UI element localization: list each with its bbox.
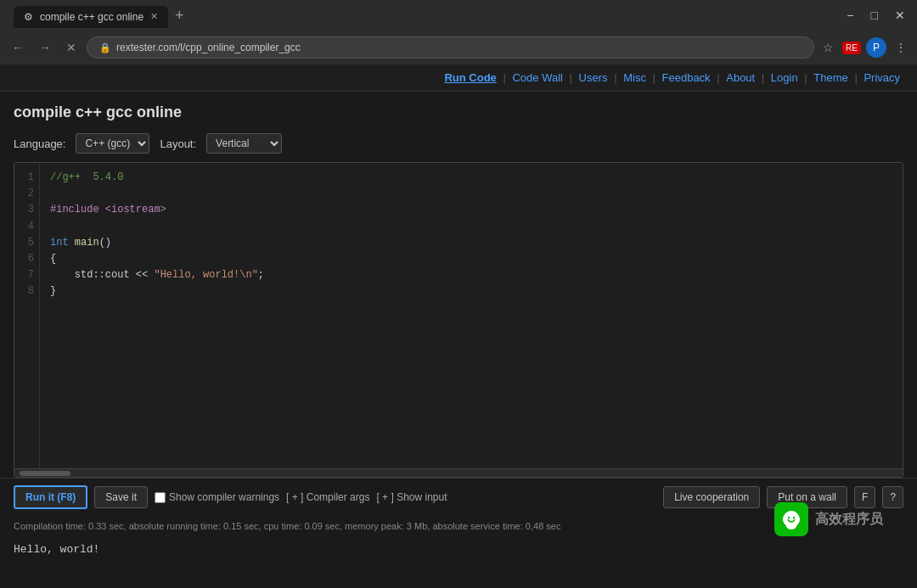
watermark: 高效程序员 xyxy=(774,502,883,536)
browser-toolbar: ☆ RE P ⋮ xyxy=(819,37,910,58)
scrollbar-thumb xyxy=(20,471,70,476)
output-area: Hello, world! xyxy=(0,536,917,570)
code-editor[interactable]: 1 2 3 4 5 6 7 8 //g++ 5.4.0 #include <io… xyxy=(14,163,903,468)
url-bar[interactable]: 🔒 rextester.com/l/cpp_online_compiler_gc… xyxy=(87,36,814,59)
layout-label: Layout: xyxy=(160,137,196,150)
nav-feedback[interactable]: Feedback xyxy=(659,71,714,84)
svg-point-0 xyxy=(788,517,790,518)
menu-button[interactable]: ⋮ xyxy=(892,37,910,58)
url-text: rextester.com/l/cpp_online_compiler_gcc xyxy=(116,42,301,53)
nav-about[interactable]: About xyxy=(723,71,758,84)
svg-point-1 xyxy=(793,517,795,518)
sep2: | xyxy=(570,71,576,84)
profile-button[interactable]: P xyxy=(866,37,886,58)
sep6: | xyxy=(762,71,768,84)
nav-theme[interactable]: Theme xyxy=(810,71,851,84)
title-bar: ⚙ compile c++ gcc online ✕ + − □ ✕ xyxy=(0,0,917,31)
close-button[interactable]: ✕ xyxy=(890,7,910,24)
language-label: Language: xyxy=(14,137,65,150)
controls-bar: Language: C++ (gcc) C (gcc) Java Python … xyxy=(0,128,917,159)
extension-icon-1[interactable]: RE xyxy=(842,42,861,54)
code-content[interactable]: //g++ 5.4.0 #include <iostream> int main… xyxy=(40,163,903,468)
show-warnings-label[interactable]: Show compiler warnings xyxy=(155,491,279,503)
back-button[interactable]: ← xyxy=(7,37,29,58)
sep4: | xyxy=(653,71,659,84)
nav-code-wall[interactable]: Code Wall xyxy=(509,71,565,84)
show-warnings-text: Show compiler warnings xyxy=(169,491,279,503)
page-title: compile c++ gcc online xyxy=(0,92,917,128)
line-numbers: 1 2 3 4 5 6 7 8 xyxy=(14,163,40,468)
tab-bar: ⚙ compile c++ gcc online ✕ + xyxy=(7,3,198,28)
nav-login[interactable]: Login xyxy=(768,71,802,84)
new-tab-button[interactable]: + xyxy=(168,3,191,28)
watermark-icon xyxy=(774,502,808,536)
tab-favicon: ⚙ xyxy=(24,11,33,23)
star-button[interactable]: ☆ xyxy=(819,37,837,58)
editor-container: 1 2 3 4 5 6 7 8 //g++ 5.4.0 #include <io… xyxy=(14,162,903,478)
nav-users[interactable]: Users xyxy=(576,71,611,84)
active-tab[interactable]: ⚙ compile c++ gcc online ✕ xyxy=(14,6,168,28)
layout-select[interactable]: Vertical Horizontal xyxy=(206,133,282,154)
tab-title: compile c++ gcc online xyxy=(40,11,143,23)
output-text: Hello, world! xyxy=(14,543,99,556)
run-button[interactable]: Run it (F8) xyxy=(14,485,87,509)
live-cooperation-button[interactable]: Live cooperation xyxy=(663,486,760,508)
app-container: Run Code | Code Wall | Users | Misc | Fe… xyxy=(0,64,917,570)
address-bar: ← → ✕ 🔒 rextester.com/l/cpp_online_compi… xyxy=(0,31,917,64)
maximize-button[interactable]: □ xyxy=(866,7,883,24)
browser-chrome: ⚙ compile c++ gcc online ✕ + − □ ✕ ← → ✕… xyxy=(0,0,917,64)
reload-button[interactable]: ✕ xyxy=(61,37,82,58)
tab-close-btn[interactable]: ✕ xyxy=(150,11,158,22)
save-button[interactable]: Save it xyxy=(94,486,148,508)
top-nav: Run Code | Code Wall | Users | Misc | Fe… xyxy=(0,64,917,92)
nav-misc[interactable]: Misc xyxy=(620,71,650,84)
window-controls: − □ ✕ xyxy=(841,7,910,24)
lock-icon: 🔒 xyxy=(99,42,111,53)
minimize-button[interactable]: − xyxy=(841,7,858,24)
watermark-text: 高效程序员 xyxy=(815,511,883,529)
forward-button[interactable]: → xyxy=(34,37,56,58)
help-button[interactable]: ? xyxy=(882,486,903,508)
scrollbar[interactable] xyxy=(14,468,903,477)
compiler-args-toggle[interactable]: [ + ] Compiler args xyxy=(286,491,369,503)
language-select[interactable]: C++ (gcc) C (gcc) Java Python xyxy=(76,133,149,154)
show-input-toggle[interactable]: [ + ] Show input xyxy=(376,491,447,503)
nav-run-code[interactable]: Run Code xyxy=(441,71,499,84)
show-warnings-checkbox[interactable] xyxy=(155,492,166,503)
nav-privacy[interactable]: Privacy xyxy=(860,71,903,84)
